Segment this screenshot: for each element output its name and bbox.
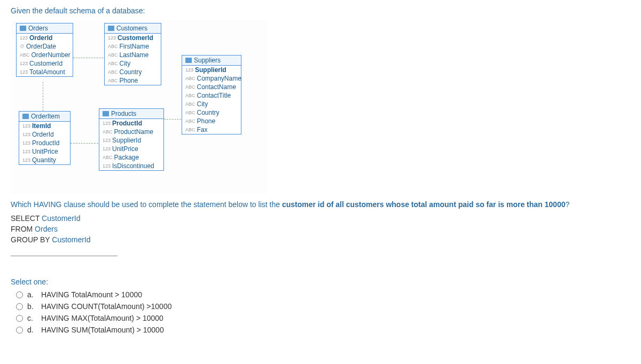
- option-d[interactable]: d. HAVING SUM(TotalAmount) > 10000: [16, 326, 630, 334]
- radio-c[interactable]: [16, 315, 23, 322]
- connector-line: [43, 82, 43, 111]
- table-title: Orders: [28, 25, 48, 32]
- table-icon: [20, 26, 26, 31]
- table-title: OrderItem: [31, 113, 60, 120]
- table-title: Suppliers: [194, 57, 221, 64]
- schema-diagram: Orders 123OrderId ⏱OrderDate ABCOrderNum…: [11, 20, 267, 194]
- table-products: Products 123ProductId ABCProductName 123…: [99, 108, 164, 171]
- table-orderitem: OrderItem 123ItemId 123OrderId 123Produc…: [19, 111, 71, 165]
- sql-from: FROM Orders: [11, 225, 630, 233]
- radio-d[interactable]: [16, 327, 23, 334]
- radio-b[interactable]: [16, 303, 23, 310]
- table-icon: [103, 111, 109, 116]
- select-one-label: Select one:: [11, 278, 630, 286]
- connector-line: [73, 58, 103, 58]
- table-icon: [22, 114, 29, 119]
- question-intro: Given the default schema of a database:: [11, 6, 630, 15]
- radio-a[interactable]: [16, 291, 23, 298]
- table-title: Customers: [116, 25, 147, 32]
- sql-select: SELECT CustomerId: [11, 214, 630, 223]
- table-icon: [108, 26, 114, 31]
- blank-line: [11, 246, 118, 256]
- table-icon: [185, 58, 192, 63]
- sql-groupby: GROUP BY CustomerId: [11, 235, 630, 244]
- table-suppliers: Suppliers 123SupplierId ABCCompanyName A…: [182, 55, 241, 134]
- option-a[interactable]: a. HAVING TotalAmount > 10000: [16, 290, 630, 299]
- option-b[interactable]: b. HAVING COUNT(TotalAmount) >10000: [16, 302, 630, 311]
- question-text: Which HAVING clause should be used to co…: [11, 200, 630, 209]
- connector-line: [71, 143, 98, 144]
- table-title: Products: [111, 110, 136, 117]
- connector-line: [164, 119, 181, 120]
- table-customers: Customers 123CustomerId ABCFirstName ABC…: [104, 23, 161, 85]
- table-orders: Orders 123OrderId ⏱OrderDate ABCOrderNum…: [16, 23, 73, 77]
- option-c[interactable]: c. HAVING MAX(TotalAmount) > 10000: [16, 314, 630, 322]
